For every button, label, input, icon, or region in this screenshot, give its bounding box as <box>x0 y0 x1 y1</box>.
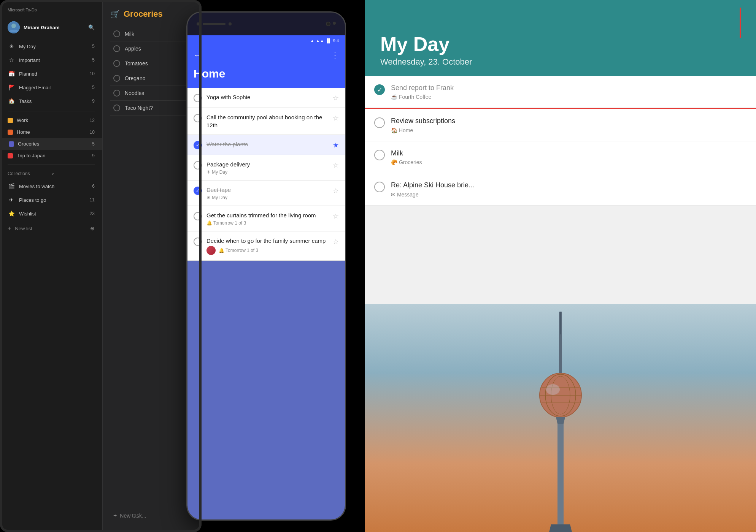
sidebar-item-home[interactable]: Home 10 <box>0 126 102 138</box>
task-subtitle: 🔔 Tomorrow 1 of 3 <box>206 220 333 226</box>
star-button[interactable]: ☆ <box>333 187 339 195</box>
task-checkbox[interactable]: ✓ <box>374 84 385 95</box>
task-title: Re: Alpine Ski House brie... <box>391 181 747 190</box>
task-checkbox[interactable] <box>194 114 202 122</box>
task-title: Review subscriptions <box>391 117 747 125</box>
movie-icon: 🎬 <box>8 182 15 190</box>
plus-icon: + <box>113 512 117 519</box>
task-checkbox[interactable] <box>194 161 202 169</box>
task-checkbox[interactable] <box>113 60 120 67</box>
list-item[interactable]: Oregano <box>110 71 194 86</box>
task-row[interactable]: Get the curtains trimmed for the living … <box>187 206 345 231</box>
task-subtitle: 🔔 Tomorrow 1 of 3 <box>206 246 333 255</box>
sidebar-item-count: 10 <box>87 130 95 135</box>
task-row[interactable]: Decide when to go for the family summer … <box>187 231 345 261</box>
sun-icon: ☀ <box>8 43 15 50</box>
star-button[interactable]: ☆ <box>333 212 339 220</box>
task-row[interactable]: ✓ Water the plants ★ <box>187 135 345 155</box>
sidebar-item-count: 9 <box>87 98 95 104</box>
app-brand: Microsoft To-Do <box>0 8 102 18</box>
user-profile[interactable]: Miriam Graham 🔍 <box>0 18 102 36</box>
task-checkbox[interactable] <box>113 45 120 52</box>
task-checkbox[interactable] <box>374 150 385 160</box>
task-title: Call the community pool about booking on… <box>206 113 333 129</box>
collections-header[interactable]: Collections ∨ <box>0 168 102 179</box>
star-button[interactable]: ☆ <box>333 114 339 122</box>
sidebar-item-label: Work <box>17 117 87 123</box>
task-content: Water the plants <box>206 140 333 148</box>
task-content: Review subscriptions 🏠 Home <box>391 117 747 133</box>
sidebar-item-count: 12 <box>87 118 95 123</box>
star-button[interactable]: ★ <box>333 141 339 149</box>
sidebar-item-my-day[interactable]: ☀ My Day 5 <box>0 40 102 53</box>
task-row[interactable]: Yoga with Sophie ☆ <box>187 88 345 108</box>
time-display: 9:4 <box>333 38 339 43</box>
sidebar-item-work[interactable]: Work 12 <box>0 114 102 126</box>
sidebar-item-trip-to-japan[interactable]: Trip to Japan 9 <box>0 150 102 162</box>
plane-icon: ✈ <box>8 196 15 204</box>
sidebar-item-important[interactable]: ☆ Important 5 <box>0 53 102 67</box>
sidebar-item-places-to-go[interactable]: ✈ Places to go 11 <box>0 193 102 207</box>
task-checkbox[interactable] <box>113 104 120 111</box>
task-checkbox[interactable] <box>113 30 120 37</box>
chevron-down-icon: ∨ <box>51 172 95 176</box>
task-checkbox[interactable]: ✓ <box>194 141 202 149</box>
task-checkbox[interactable] <box>374 182 385 192</box>
sidebar-item-count: 5 <box>87 141 95 147</box>
more-options-button[interactable]: ⋮ <box>331 51 339 60</box>
sidebar-item-planned[interactable]: 📅 Planned 10 <box>0 67 102 81</box>
sidebar-item-tasks[interactable]: 🏠 Tasks 9 <box>0 94 102 108</box>
task-row[interactable]: Re: Alpine Ski House brie... ✉ Message <box>365 173 756 205</box>
sidebar-item-label: Places to go <box>19 197 87 203</box>
camera-icon <box>326 22 330 26</box>
task-checkbox[interactable] <box>113 75 120 82</box>
task-title: Duct tape <box>206 186 333 194</box>
task-row[interactable]: Call the community pool about booking on… <box>187 108 345 135</box>
task-row[interactable]: Review subscriptions 🏠 Home <box>365 108 756 141</box>
task-checkbox[interactable]: ✓ <box>194 187 202 195</box>
star-button[interactable]: ☆ <box>333 94 339 102</box>
task-title: Water the plants <box>206 140 333 148</box>
new-task-button[interactable]: + New task... <box>110 508 194 523</box>
sidebar-item-count: 11 <box>87 197 95 203</box>
phone-status-bar: ▲ ▲▲ ▐▌ 9:4 <box>187 35 345 46</box>
sidebar-item-count: 23 <box>87 211 95 216</box>
task-row[interactable]: ✓ Duct tape ☀ My Day ☆ <box>187 180 345 206</box>
search-icon[interactable]: 🔍 <box>88 24 95 30</box>
avatar <box>206 246 216 255</box>
list-item[interactable]: Tomatoes <box>110 56 194 71</box>
flag-icon: 🚩 <box>8 84 15 91</box>
task-checkbox[interactable] <box>194 238 202 246</box>
back-button[interactable]: ← <box>194 51 201 60</box>
task-title: Yoga with Sophie <box>206 93 333 101</box>
svg-point-11 <box>546 384 560 395</box>
star-icon: ⭐ <box>8 210 15 217</box>
task-content: Call the community pool about booking on… <box>206 113 333 129</box>
list-item[interactable]: Noodles <box>110 86 194 101</box>
star-button[interactable]: ☆ <box>333 161 339 169</box>
task-row[interactable]: ✓ Send report to Frank ☕ Fourth Coffee <box>365 76 756 108</box>
new-list-button[interactable]: + New list ⊕ <box>0 222 102 235</box>
sidebar-item-movies-to-watch[interactable]: 🎬 Movies to watch 6 <box>0 179 102 193</box>
task-label: Apples <box>125 46 141 52</box>
task-subtitle: ☀ My Day <box>206 195 333 200</box>
red-accent-line <box>740 8 741 38</box>
sidebar-item-count: 5 <box>87 85 95 90</box>
task-row[interactable]: Milk 🥐 Groceries <box>365 141 756 173</box>
task-title: Get the curtains trimmed for the living … <box>206 211 333 219</box>
list-item[interactable]: Milk <box>110 27 194 41</box>
list-item[interactable]: Taco Night? <box>110 101 194 116</box>
task-checkbox[interactable] <box>194 94 202 102</box>
task-row[interactable]: Package delivery ☀ My Day ☆ <box>187 155 345 180</box>
task-checkbox[interactable] <box>113 90 120 97</box>
task-checkbox[interactable] <box>194 212 202 220</box>
divider <box>8 111 95 111</box>
sidebar-item-wishlist[interactable]: ⭐ Wishlist 23 <box>0 207 102 220</box>
star-button[interactable]: ☆ <box>333 238 339 246</box>
task-title: Send report to Frank <box>391 84 747 92</box>
phone-list-title: Home <box>194 67 339 80</box>
list-item[interactable]: Apples <box>110 41 194 56</box>
sidebar-item-flagged-email[interactable]: 🚩 Flagged Email 5 <box>0 81 102 94</box>
task-checkbox[interactable] <box>374 117 385 128</box>
sidebar-item-groceries[interactable]: Groceries 5 <box>0 138 102 150</box>
